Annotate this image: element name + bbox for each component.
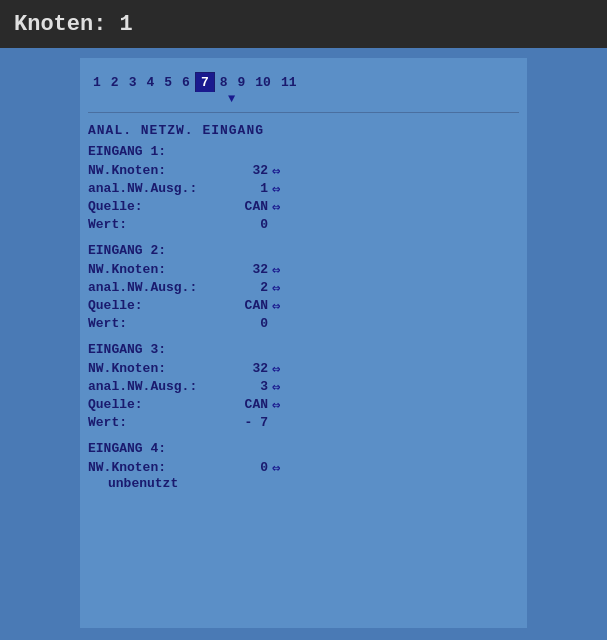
row-label: Quelle: xyxy=(88,199,218,214)
row-value: CAN xyxy=(218,199,268,214)
row-arrow-icon[interactable]: ⇔ xyxy=(272,279,280,296)
tab-1[interactable]: 1 xyxy=(88,73,106,92)
row-arrow-icon[interactable]: ⇔ xyxy=(272,261,280,278)
row-arrow-icon[interactable]: ⇔ xyxy=(272,297,280,314)
row-label: NW.Knoten: xyxy=(88,262,218,277)
title-bar: Knoten: 1 xyxy=(0,0,607,48)
unbenutzt-label: unbenutzt xyxy=(88,476,519,491)
row-value: 0 xyxy=(218,316,268,331)
block-title-4: EINGANG 4: xyxy=(88,441,519,456)
divider xyxy=(88,112,519,113)
tab-5[interactable]: 5 xyxy=(159,73,177,92)
row-value: CAN xyxy=(218,298,268,313)
tab-11[interactable]: 11 xyxy=(276,73,302,92)
tab-10[interactable]: 10 xyxy=(250,73,276,92)
row-arrow-icon[interactable]: ⇔ xyxy=(272,378,280,395)
row-label: Wert: xyxy=(88,217,218,232)
row-label: Quelle: xyxy=(88,397,218,412)
row-1-3: Quelle:CAN ⇔ xyxy=(88,197,519,215)
row-label: NW.Knoten: xyxy=(88,361,218,376)
tab-bar: 1234567891011 xyxy=(80,68,527,92)
row-value: 1 xyxy=(218,181,268,196)
row-3-1: NW.Knoten:32 ⇔ xyxy=(88,359,519,377)
tab-2[interactable]: 2 xyxy=(106,73,124,92)
block-title-3: EINGANG 3: xyxy=(88,342,519,357)
tab-7[interactable]: 7 xyxy=(195,72,215,92)
row-label: Wert: xyxy=(88,415,218,430)
row-value: 32 xyxy=(218,163,268,178)
row-value: 32 xyxy=(218,361,268,376)
row-value: 3 xyxy=(218,379,268,394)
block-eingang-3: EINGANG 3:NW.Knoten:32 ⇔anal.NW.Ausg.:3 … xyxy=(80,340,527,439)
block-eingang-4: EINGANG 4:NW.Knoten:0 ⇔unbenutzt xyxy=(80,439,527,499)
row-label: NW.Knoten: xyxy=(88,460,218,475)
block-eingang-2: EINGANG 2:NW.Knoten:32 ⇔anal.NW.Ausg.:2 … xyxy=(80,241,527,340)
row-label: anal.NW.Ausg.: xyxy=(88,379,218,394)
row-label: Wert: xyxy=(88,316,218,331)
row-arrow-icon[interactable]: ⇔ xyxy=(272,180,280,197)
row-arrow-icon[interactable]: ⇔ xyxy=(272,396,280,413)
tab-9[interactable]: 9 xyxy=(233,73,251,92)
row-3-4: Wert:- 7 xyxy=(88,413,519,431)
page-title: Knoten: 1 xyxy=(14,12,133,37)
row-3-3: Quelle:CAN ⇔ xyxy=(88,395,519,413)
row-label: NW.Knoten: xyxy=(88,163,218,178)
tab-3[interactable]: 3 xyxy=(124,73,142,92)
row-label: anal.NW.Ausg.: xyxy=(88,181,218,196)
row-value: - 7 xyxy=(218,415,268,430)
row-3-2: anal.NW.Ausg.:3 ⇔ xyxy=(88,377,519,395)
row-value: 32 xyxy=(218,262,268,277)
row-value: 0 xyxy=(218,460,268,475)
block-eingang-1: EINGANG 1:NW.Knoten:32 ⇔anal.NW.Ausg.:1 … xyxy=(80,142,527,241)
tab-6[interactable]: 6 xyxy=(177,73,195,92)
tab-8[interactable]: 8 xyxy=(215,73,233,92)
row-arrow-icon[interactable]: ⇔ xyxy=(272,162,280,179)
row-arrow-icon[interactable]: ⇔ xyxy=(272,459,280,476)
row-arrow-icon[interactable]: ⇔ xyxy=(272,360,280,377)
row-label: anal.NW.Ausg.: xyxy=(88,280,218,295)
row-2-1: NW.Knoten:32 ⇔ xyxy=(88,260,519,278)
row-4-1: NW.Knoten:0 ⇔ xyxy=(88,458,519,476)
section-header: ANAL. NETZW. EINGANG xyxy=(80,119,527,142)
row-value: CAN xyxy=(218,397,268,412)
block-title-2: EINGANG 2: xyxy=(88,243,519,258)
row-1-1: NW.Knoten:32 ⇔ xyxy=(88,161,519,179)
tab-4[interactable]: 4 xyxy=(141,73,159,92)
row-value: 0 xyxy=(218,217,268,232)
row-2-2: anal.NW.Ausg.:2 ⇔ xyxy=(88,278,519,296)
row-1-4: Wert:0 xyxy=(88,215,519,233)
row-arrow-icon[interactable]: ⇔ xyxy=(272,198,280,215)
row-value: 2 xyxy=(218,280,268,295)
row-2-3: Quelle:CAN ⇔ xyxy=(88,296,519,314)
row-1-2: anal.NW.Ausg.:1 ⇔ xyxy=(88,179,519,197)
row-2-4: Wert:0 xyxy=(88,314,519,332)
block-title-1: EINGANG 1: xyxy=(88,144,519,159)
main-content: 1234567891011▼ ANAL. NETZW. EINGANG EING… xyxy=(80,58,527,628)
row-label: Quelle: xyxy=(88,298,218,313)
tab-active-arrow: ▼ xyxy=(80,92,527,106)
